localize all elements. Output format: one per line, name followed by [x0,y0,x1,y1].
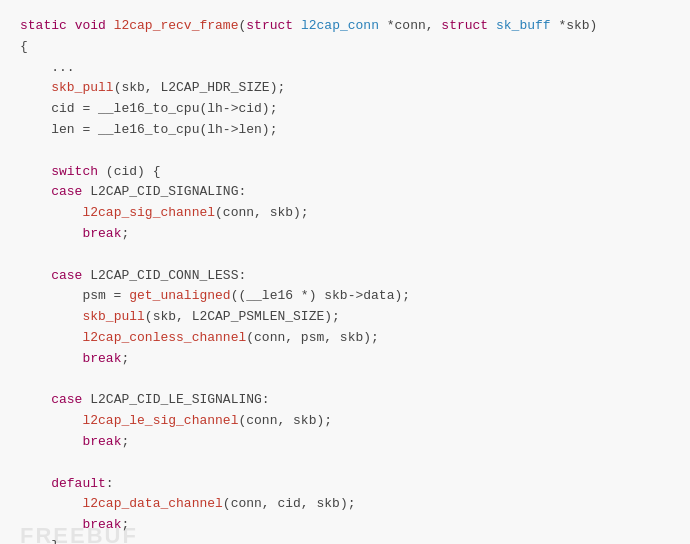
code-line [20,245,670,266]
code-line: skb_pull(skb, L2CAP_HDR_SIZE); [20,78,670,99]
code-line: static void l2cap_recv_frame(struct l2ca… [20,16,670,37]
code-line: ... [20,58,670,79]
code-line: } [20,536,670,544]
code-line: l2cap_data_channel(conn, cid, skb); [20,494,670,515]
code-line: break; [20,349,670,370]
code-line: case L2CAP_CID_CONN_LESS: [20,266,670,287]
code-line: default: [20,474,670,495]
code-container: static void l2cap_recv_frame(struct l2ca… [0,0,690,544]
code-line: case L2CAP_CID_SIGNALING: [20,182,670,203]
code-line: psm = get_unaligned((__le16 *) skb->data… [20,286,670,307]
code-line [20,453,670,474]
code-line: l2cap_sig_channel(conn, skb); [20,203,670,224]
code-line: cid = __le16_to_cpu(lh->cid); [20,99,670,120]
code-line [20,141,670,162]
code-line: { [20,37,670,58]
code-line: case L2CAP_CID_LE_SIGNALING: [20,390,670,411]
code-line: l2cap_conless_channel(conn, psm, skb); [20,328,670,349]
code-line: l2cap_le_sig_channel(conn, skb); [20,411,670,432]
code-line: switch (cid) { [20,162,670,183]
code-line: break; [20,515,670,536]
code-line: skb_pull(skb, L2CAP_PSMLEN_SIZE); [20,307,670,328]
code-line: break; [20,224,670,245]
code-line [20,370,670,391]
code-line: len = __le16_to_cpu(lh->len); [20,120,670,141]
code-line: break; [20,432,670,453]
